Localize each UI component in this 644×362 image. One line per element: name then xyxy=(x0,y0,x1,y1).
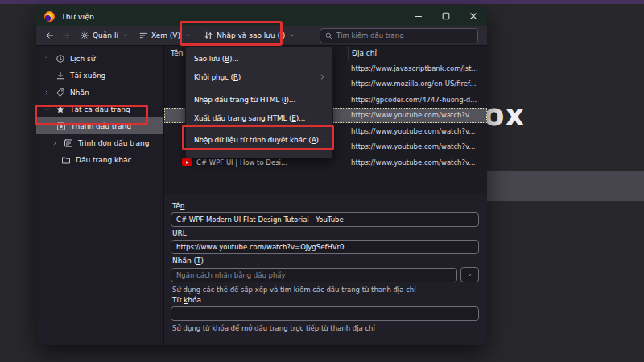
menu-item-import-html[interactable]: Nhập dấu trang từ HTML (I)... xyxy=(186,90,332,109)
close-icon xyxy=(469,12,477,20)
sidebar-item-label: Nhãn xyxy=(70,88,89,97)
tags-field[interactable] xyxy=(171,268,457,282)
chevron-down-icon xyxy=(184,32,191,39)
gear-icon xyxy=(80,31,89,40)
column-header-address[interactable]: Địa chỉ xyxy=(348,46,487,60)
bookmark-url: https://www.youtube.com/watch?v... xyxy=(348,111,487,119)
bookmark-details-pane: Tên URL Nhãn (T) Sử dụng các thẻ để sắp … xyxy=(164,195,487,345)
sidebar-item-bookmarks-toolbar[interactable]: Thanh dấu trang xyxy=(36,117,163,134)
window-title: Thư viện xyxy=(61,12,94,21)
view-list-icon xyxy=(138,31,148,40)
titlebar: Thư viện xyxy=(36,6,487,26)
submenu-arrow-icon xyxy=(319,73,326,80)
chevron-right-icon[interactable] xyxy=(43,56,51,62)
desktop-accent-strip xyxy=(0,0,644,4)
menu-separator xyxy=(191,88,328,88)
sidebar-item-downloads[interactable]: Tải xuống xyxy=(36,67,163,84)
chevron-down-icon xyxy=(122,32,129,39)
import-export-arrows-icon xyxy=(204,31,213,40)
bookmark-url: https://www.mozilla.org/en-US/firef... xyxy=(348,80,487,88)
url-field-label: URL xyxy=(172,229,479,237)
sidebar-item-label: Thanh dấu trang xyxy=(71,122,131,130)
bookmarks-menu-icon xyxy=(63,138,74,148)
chevron-down-icon xyxy=(289,32,295,39)
menu-item-backup[interactable]: Sao lưu (B)... xyxy=(186,49,332,68)
sidebar-item-tags[interactable]: Nhãn xyxy=(36,84,163,101)
forward-button[interactable] xyxy=(58,28,75,43)
folder-icon xyxy=(60,155,72,165)
background-band xyxy=(481,171,644,201)
library-toolbar: Quản lí Xem (V) Nhập và sao lưu (I) xyxy=(36,26,487,46)
sidebar-item-history[interactable]: Lịch sử xyxy=(36,50,163,67)
youtube-icon xyxy=(182,158,192,166)
sidebar-item-all-bookmarks[interactable]: Tất cả dấu trang xyxy=(36,101,163,117)
library-sidebar: Lịch sử Tải xuống Nhãn Tất cả dấu trang … xyxy=(36,46,164,345)
bookmark-search xyxy=(320,28,478,43)
sidebar-item-label: Trình đơn dấu trang xyxy=(78,139,149,147)
keyword-helper-text: Sử dụng từ khóa để mở dấu trang trực tiế… xyxy=(172,324,479,332)
download-icon xyxy=(55,71,66,80)
maximize-button[interactable] xyxy=(432,6,460,26)
url-field[interactable] xyxy=(171,240,479,254)
views-label: Xem (V) xyxy=(151,31,180,39)
chevron-right-icon[interactable] xyxy=(43,89,51,96)
minimize-button[interactable] xyxy=(405,6,432,26)
import-backup-label: Nhập và sao lưu (I) xyxy=(217,31,285,39)
bookmark-url: https://www.youtube.com/watch?v... xyxy=(348,142,487,150)
back-icon xyxy=(44,31,55,40)
menu-item-restore[interactable]: Khôi phục (R) xyxy=(186,68,332,86)
star-icon xyxy=(55,105,66,114)
minimize-icon xyxy=(415,12,423,20)
name-field-label: Tên xyxy=(172,202,479,210)
sidebar-item-label: Lịch sử xyxy=(70,55,95,63)
bookmark-url: https://gpcoder.com/4747-huong-d... xyxy=(348,96,487,104)
search-input[interactable] xyxy=(320,28,478,43)
forward-icon xyxy=(61,31,72,40)
sidebar-item-other-bookmarks[interactable]: Dấu trang khác xyxy=(36,151,163,168)
maximize-icon xyxy=(442,12,450,20)
sidebar-item-label: Dấu trang khác xyxy=(76,156,131,164)
bookmark-url: https://www.javascriptbank.com/jst... xyxy=(348,64,487,72)
back-button[interactable] xyxy=(41,28,58,43)
keyword-field[interactable] xyxy=(171,306,479,321)
tags-field-label: Nhãn (T) xyxy=(172,257,479,265)
bookmark-url: https://www.youtube.com/watch?v... xyxy=(348,127,487,135)
tags-helper-text: Sử dụng các thẻ để sắp xếp và tìm kiếm c… xyxy=(172,286,479,294)
tag-icon xyxy=(55,88,66,97)
keyword-field-label: Từ khóa xyxy=(172,296,479,304)
import-backup-button[interactable]: Nhập và sao lưu (I) xyxy=(199,28,300,43)
import-backup-menu: Sao lưu (B)... Khôi phục (R) Nhập dấu tr… xyxy=(185,46,333,158)
firefox-wordmark-fragment: ox xyxy=(484,98,525,133)
bookmarks-toolbar-icon xyxy=(56,121,67,131)
firefox-icon xyxy=(44,11,55,22)
organize-label: Quản lí xyxy=(93,31,118,39)
sidebar-item-bookmarks-menu[interactable]: Trình đơn dấu trang xyxy=(36,134,163,151)
menu-item-import-other-browser[interactable]: Nhập dữ liệu từ trình duyệt khác (A)... xyxy=(186,130,332,149)
sidebar-item-label: Tải xuống xyxy=(70,72,105,80)
sidebar-item-label: Tất cả dấu trang xyxy=(70,105,130,113)
chevron-down-icon xyxy=(466,271,473,278)
menu-item-export-html[interactable]: Xuất dấu trang sang HTML (E)... xyxy=(186,109,332,127)
views-button[interactable]: Xem (V) xyxy=(134,28,196,43)
search-icon xyxy=(324,31,333,40)
clock-icon xyxy=(55,54,66,64)
chevron-down-icon[interactable] xyxy=(43,106,51,113)
bookmark-url: https://www.youtube.com/watch?v... xyxy=(348,158,487,167)
chevron-right-icon[interactable] xyxy=(51,140,59,146)
bookmark-name: C# WPF UI | How to Desi... xyxy=(164,158,348,167)
tags-dropdown-button[interactable] xyxy=(460,267,479,282)
name-field[interactable] xyxy=(171,212,479,227)
close-button[interactable] xyxy=(460,6,487,26)
organize-button[interactable]: Quản lí xyxy=(75,28,134,43)
